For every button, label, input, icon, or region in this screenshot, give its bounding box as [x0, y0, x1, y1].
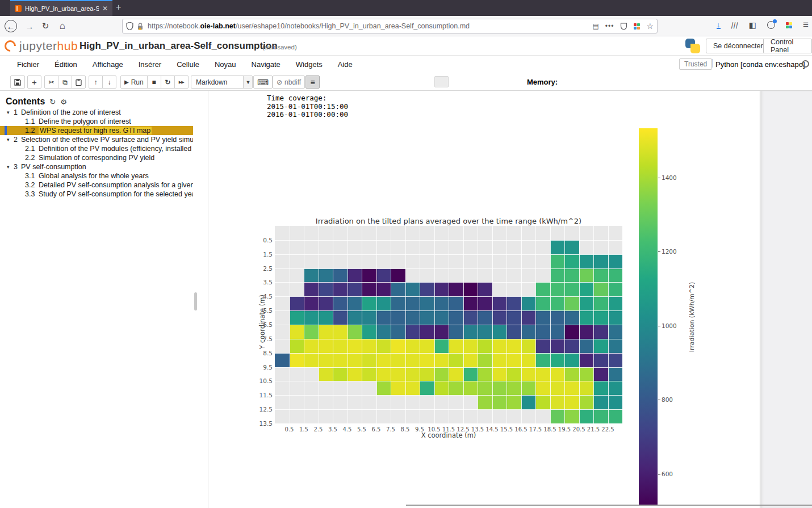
menu-item[interactable]: Fichier — [17, 60, 39, 69]
heatmap-cell — [478, 353, 492, 367]
toc-settings-gear-icon[interactable]: ⚙ — [60, 98, 67, 106]
heatmap-cell — [391, 296, 405, 310]
heatmap-cell — [449, 367, 463, 381]
heatmap-cell — [535, 339, 550, 353]
caret-down-icon[interactable]: ▾ — [7, 108, 10, 117]
y-tick-label: 13.5 — [256, 420, 273, 427]
downloads-icon[interactable]: ↓ — [717, 22, 721, 29]
toc-item-number: 3.1 — [25, 171, 35, 180]
tracking-shield-icon[interactable] — [126, 22, 133, 30]
nbdiff-button[interactable]: ⊘nbdiff — [273, 75, 305, 89]
command-palette-button[interactable]: ⌨ — [253, 75, 273, 89]
restart-run-all-button[interactable]: ▶▶ — [174, 75, 189, 89]
save-button[interactable] — [10, 75, 25, 89]
menu-item[interactable]: Noyau — [215, 60, 236, 69]
heatmap-cell — [420, 296, 434, 310]
trusted-badge[interactable]: Trusted — [679, 58, 712, 70]
url-bar[interactable]: https://notebook.oie-lab.net/user/eshape… — [122, 19, 658, 33]
caret-down-icon[interactable]: ▾ — [7, 162, 10, 171]
heatmap-cell — [376, 310, 391, 325]
menu-item[interactable]: Cellule — [177, 60, 199, 69]
sidebar-scrollbar-thumb[interactable] — [194, 292, 197, 310]
new-tab-button[interactable]: + — [116, 2, 121, 12]
toc-item-2.1[interactable]: 2.1Definition of the PV modules (efficie… — [0, 144, 193, 153]
toc-item-2[interactable]: ▾2Selection of the effective PV surface … — [0, 135, 193, 144]
toc-item-2.2[interactable]: 2.2Simulation of corresponding PV yield — [0, 153, 193, 162]
notebook-title[interactable]: High_PV_in_urban_area-Self_consumption — [79, 40, 278, 52]
toc-item-1.1[interactable]: 1.1Define the polygon of interest — [0, 117, 193, 126]
toc-item-3[interactable]: ▾3PV self-consumption — [0, 162, 193, 171]
heatmap-cell — [478, 310, 492, 325]
heatmap-cell — [550, 282, 565, 296]
menu-item[interactable]: Aide — [338, 60, 353, 69]
pocket-icon[interactable] — [620, 23, 627, 30]
heatmap-cell — [579, 339, 594, 353]
caret-down-icon[interactable]: ▾ — [7, 135, 10, 144]
back-button[interactable]: ← — [5, 20, 17, 32]
kernel-separator: | — [711, 58, 713, 68]
page-actions-icon[interactable]: ••• — [605, 22, 614, 30]
heatmap-cell — [492, 381, 507, 395]
tab-close-icon[interactable]: ✕ — [102, 5, 108, 12]
toc-item-3.2[interactable]: 3.2Detailed PV self-consumption analysis… — [0, 180, 193, 190]
reload-button[interactable]: ↻ — [39, 19, 52, 33]
gridline — [275, 339, 622, 339]
account-icon[interactable] — [767, 21, 775, 29]
toc-item-3.1[interactable]: 3.1Global analysis for the whole years — [0, 171, 193, 180]
y-tick-label: 3.5 — [256, 279, 273, 286]
forward-button[interactable]: → — [23, 19, 36, 33]
menu-hamburger-icon[interactable]: ≡ — [803, 19, 809, 31]
toc-item-1.2[interactable]: 1.2WPS request for high res. GTI map — [0, 126, 193, 135]
sidebars-icon[interactable]: ◧ — [749, 20, 756, 30]
browser-tab[interactable]: High_PV_in_urban_area-Self_c ✕ — [10, 0, 112, 16]
heatmap-cell — [434, 367, 449, 381]
interrupt-kernel-button[interactable]: ■ — [147, 75, 161, 89]
paste-cell-button[interactable] — [72, 75, 86, 89]
heatmap-cell — [564, 325, 579, 339]
heatmap-cell — [550, 310, 565, 325]
copy-cell-button[interactable]: ⧉ — [58, 75, 72, 89]
heatmap-cell — [463, 325, 478, 339]
toc-toggle-button[interactable]: ≡ — [305, 75, 320, 89]
colorbar-label: Irradiation (kWh/m^2) — [688, 272, 696, 363]
heatmap-cell — [405, 325, 420, 339]
bookmark-star-icon[interactable]: ☆ — [646, 22, 654, 31]
menu-item[interactable]: Navigate — [252, 60, 281, 69]
heatmap-cell — [507, 381, 521, 395]
heatmap-cell — [507, 339, 521, 353]
toc-item-3.3[interactable]: 3.3Study of PV self-consumption for the … — [0, 190, 193, 199]
toc-refresh-icon[interactable]: ↻ — [49, 98, 56, 106]
menu-item[interactable]: Insérer — [139, 60, 161, 69]
url-scheme: https://notebook. — [148, 22, 200, 30]
add-cell-button[interactable]: + — [27, 75, 41, 89]
jupyterhub-logo[interactable]: jupyterhub — [5, 39, 78, 53]
heatmap-cell — [550, 240, 565, 254]
sidebar-divider[interactable] — [208, 91, 208, 508]
heatmap-cell — [304, 282, 319, 296]
menu-item[interactable]: Édition — [55, 60, 77, 69]
library-icon[interactable]: ||| — [730, 21, 739, 29]
url-text[interactable]: https://notebook.oie-lab.net/user/eshape… — [148, 22, 588, 30]
move-cell-up-button[interactable]: ↑ — [89, 75, 103, 89]
menu-item[interactable]: Affichage — [93, 60, 123, 69]
move-cell-down-button[interactable]: ↓ — [102, 75, 116, 89]
run-cell-button[interactable]: ▶Run — [120, 75, 148, 89]
lock-warning-icon[interactable] — [137, 23, 144, 30]
run-label: Run — [131, 78, 144, 86]
control-panel-button[interactable]: Control Panel — [763, 39, 812, 53]
heatmap-cell — [564, 254, 579, 268]
toc-item-1[interactable]: ▾1Definition of the zone of interest — [0, 108, 193, 117]
adblock-extension-icon[interactable] — [786, 22, 792, 28]
home-button[interactable]: ⌂ — [56, 19, 69, 33]
heatmap-cell — [333, 367, 348, 381]
reader-mode-icon[interactable]: ▤ — [592, 22, 598, 30]
restart-kernel-button[interactable]: ↻ — [161, 75, 175, 89]
extension-icon[interactable] — [634, 23, 640, 30]
menu-item[interactable]: Widgets — [296, 60, 323, 69]
toc-item-number: 1.1 — [25, 117, 35, 126]
cell-type-select[interactable]: Markdown ▼ — [191, 75, 253, 89]
heatmap-cell — [333, 339, 348, 353]
cut-cell-button[interactable]: ✂ — [44, 75, 58, 89]
logout-button[interactable]: Se déconnecter — [706, 39, 771, 53]
page-right-margin — [761, 91, 812, 508]
